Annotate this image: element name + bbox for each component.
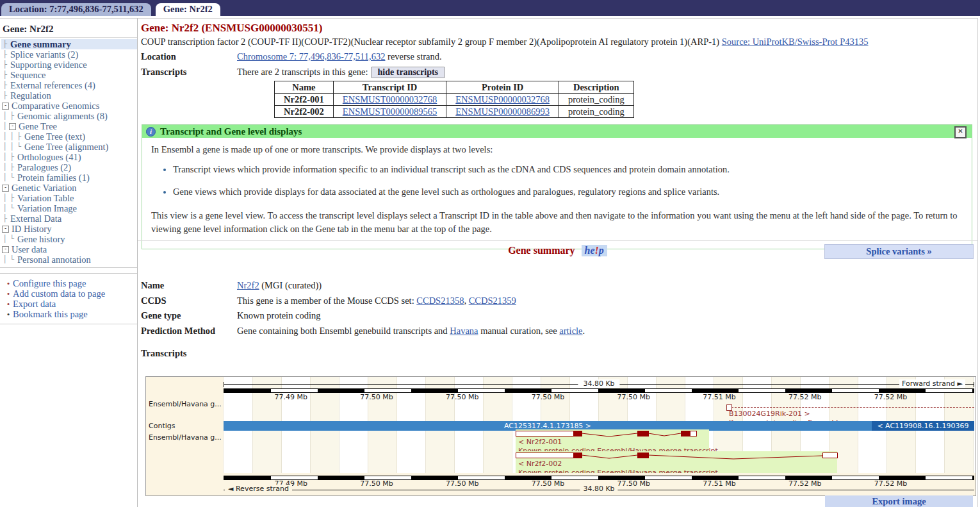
transcript-name-label[interactable]: < Nr2f2-001 xyxy=(518,438,562,446)
sidebar-action-add-custom-data-to-page[interactable]: •Add custom data to page xyxy=(4,288,136,299)
info-box: i Transcript and Gene level displays ✕ I… xyxy=(142,124,972,249)
table-cell: ENSMUSP00000086993 xyxy=(446,106,559,118)
sidebar-item-label: Genomic alignments (8) xyxy=(15,111,110,121)
sidebar-item-paralogues-2[interactable]: │├Paralogues (2) xyxy=(1,162,137,172)
table-header: Transcript ID xyxy=(333,81,446,94)
sidebar-item-label: External references (4) xyxy=(8,80,97,90)
sidebar-item-label: User data xyxy=(10,244,49,254)
sidebar-item-label: Personal annotation xyxy=(15,254,93,265)
transcript-id-link[interactable]: ENSMUST00000032768 xyxy=(343,94,437,104)
sidebar-item-supporting-evidence[interactable]: ├Supporting evidence xyxy=(1,60,137,70)
protein-id-link[interactable]: ENSMUSP00000032768 xyxy=(455,94,550,104)
field-row-gene-type: Gene typeKnown protein coding xyxy=(141,310,585,326)
transcript-glyph-2[interactable] xyxy=(516,453,837,460)
sidebar-item-genetic-variation[interactable]: -Genetic Variation xyxy=(1,183,137,193)
sidebar-item-personal-annotation[interactable]: │└Personal annotation xyxy=(1,254,137,265)
gene-annotation-dashed-line xyxy=(731,407,974,408)
gene-annotation-name[interactable]: B130024G19Rik-201 > xyxy=(729,410,810,418)
hide-transcripts-button[interactable]: hide transcripts xyxy=(371,67,446,78)
field-link[interactable]: Havana xyxy=(450,326,478,336)
reverse-strand-label: ◄ Reverse strand xyxy=(225,485,292,493)
sidebar-item-variation-table[interactable]: │├Variation Table xyxy=(1,193,137,203)
transcript-name-label[interactable]: < Nr2f2-002 xyxy=(518,460,562,468)
top-tick-label: 77.50 Mb xyxy=(360,393,393,401)
sidebar-item-label: Sequence xyxy=(8,70,48,80)
sidebar-item-external-data[interactable]: ├External Data xyxy=(1,213,137,224)
sidebar-item-gene-summary[interactable]: ├Gene summary xyxy=(1,39,137,49)
field-row-name: NameNr2f2 (MGI (curated)) xyxy=(141,280,585,295)
bottom-tick-label: 77.52 Mb xyxy=(788,479,821,488)
main-panel: Gene: Nr2f2 (ENSMUSG00000030551) COUP tr… xyxy=(138,18,978,507)
tree-collapse-icon[interactable]: - xyxy=(2,246,9,253)
forward-strand-label: Forward strand ► xyxy=(899,379,965,388)
tree-connector: ├ xyxy=(8,193,15,203)
sidebar-item-external-references-4[interactable]: ├External references (4) xyxy=(1,80,137,90)
tree-collapse-icon[interactable]: - xyxy=(2,103,9,110)
sidebar-item-gene-tree[interactable]: │-Gene Tree xyxy=(1,121,137,131)
sidebar-action-export-data[interactable]: •Export data xyxy=(4,299,136,309)
field-text: , xyxy=(464,295,468,306)
tab-gene[interactable]: Gene: Nr2f2 xyxy=(156,3,220,16)
tree-connector: │ xyxy=(1,172,8,183)
field-link[interactable]: CCDS21359 xyxy=(469,295,516,306)
field-text: manual curation, see xyxy=(478,326,560,336)
sidebar-item-user-data[interactable]: -User data xyxy=(1,244,137,254)
info-box-header: i Transcript and Gene level displays ✕ xyxy=(142,125,972,138)
tree-collapse-icon[interactable]: - xyxy=(2,185,9,192)
contig-bar[interactable]: < AC119908.16.1.190369 xyxy=(872,421,974,431)
bottom-tick-label: 77.50 Mb xyxy=(360,479,393,488)
location-link[interactable]: Chromosome 7: 77,496,836-77,511,632 xyxy=(237,51,385,62)
sidebar-item-comparative-genomics[interactable]: -Comparative Genomics xyxy=(1,101,137,111)
top-tick-label: 77.50 Mb xyxy=(532,393,564,401)
source-link[interactable]: Source: UniProtKB/Swiss-Prot P43135 xyxy=(722,37,869,47)
close-icon[interactable]: ✕ xyxy=(954,126,967,138)
tab-location[interactable]: Location: 7:77,496,836-77,511,632 xyxy=(1,3,151,16)
sidebar-item-orthologues-41[interactable]: │├Orthologues (41) xyxy=(1,152,137,162)
tree-connector: └ xyxy=(15,142,22,152)
sidebar-item-protein-families-1[interactable]: │└Protein families (1) xyxy=(1,172,137,183)
info-box-title: Transcript and Gene level displays xyxy=(160,126,302,137)
sidebar-item-sequence[interactable]: ├Sequence xyxy=(1,70,137,80)
sidebar-item-genomic-alignments-8[interactable]: │├Genomic alignments (8) xyxy=(1,111,137,121)
sidebar-item-splice-variants-2[interactable]: ├Splice variants (2) xyxy=(1,49,137,60)
top-tick-label: 77.52 Mb xyxy=(788,393,821,401)
sidebar-item-gene-tree-text[interactable]: ││├Gene Tree (text) xyxy=(1,131,137,142)
location-row: LocationChromosome 7: 77,496,836-77,511,… xyxy=(141,51,442,62)
field-label: CCDS xyxy=(141,295,237,306)
sidebar-item-gene-tree-alignment[interactable]: ││└Gene Tree (alignment) xyxy=(1,142,137,152)
tree-connector: └ xyxy=(8,234,15,244)
field-link[interactable]: Nr2f2 xyxy=(237,280,259,290)
sidebar-item-label: External Data xyxy=(8,213,63,224)
sidebar-item-gene-history[interactable]: │└Gene history xyxy=(1,234,137,244)
sidebar-item-label: Gene history xyxy=(15,234,67,244)
export-image-button[interactable]: Export image xyxy=(825,495,973,507)
bottom-scale-line: ◄ Reverse strand 34.80 Kb xyxy=(224,490,974,490)
tree-collapse-icon[interactable]: - xyxy=(9,123,16,130)
field-text: (MGI (curated)) xyxy=(259,280,322,290)
track-label-contigs: Contigs xyxy=(149,422,175,430)
sidebar-item-id-history[interactable]: -ID History xyxy=(1,224,137,234)
transcripts-label: Transcripts xyxy=(141,67,237,78)
tree-collapse-icon[interactable]: - xyxy=(2,226,9,233)
transcript-id-link[interactable]: ENSMUST00000089565 xyxy=(343,106,437,117)
transcripts-row: TranscriptsThere are 2 transcripts in th… xyxy=(141,67,445,78)
protein-id-link[interactable]: ENSMUSP00000086993 xyxy=(455,106,550,117)
sidebar-action-bookmark-this-page[interactable]: •Bookmark this page xyxy=(4,309,136,319)
table-header: Description xyxy=(559,81,633,94)
sidebar-item-label: Comparative Genomics xyxy=(10,101,101,111)
field-text: . xyxy=(583,326,585,336)
help-link[interactable]: he!p xyxy=(582,245,607,256)
page-title: Gene: Nr2f2 (ENSMUSG00000030551) xyxy=(141,22,322,35)
sidebar-item-regulation[interactable]: ├Regulation xyxy=(1,90,137,101)
splice-variants-button[interactable]: Splice variants » xyxy=(824,244,974,259)
tree-connector: │ xyxy=(1,142,8,152)
field-link[interactable]: CCDS21358 xyxy=(416,295,464,306)
tree-connector: ├ xyxy=(15,131,22,142)
field-label: Gene type xyxy=(141,310,237,321)
sidebar-action-label: Export data xyxy=(13,299,56,309)
bottom-tick-label: 77.50 Mb xyxy=(532,479,564,488)
info-box-body: In Ensembl a gene is made up of one or m… xyxy=(142,138,972,249)
sidebar-item-variation-image[interactable]: │└Variation Image xyxy=(1,203,137,213)
sidebar-action-configure-this-page[interactable]: •Configure this page xyxy=(4,278,136,288)
field-link[interactable]: article xyxy=(559,326,582,336)
